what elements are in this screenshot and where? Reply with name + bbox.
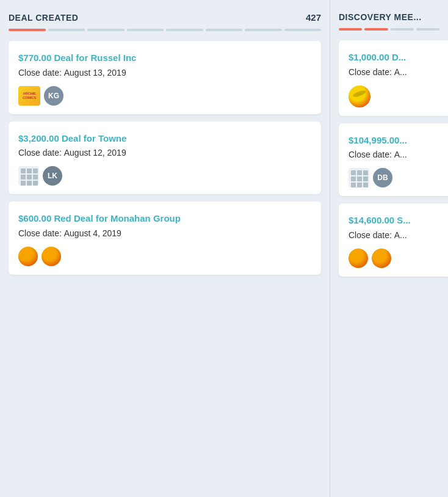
column-header-deal-created: DEAL CREATED 427 bbox=[9, 12, 321, 23]
deal-avatars-3 bbox=[18, 247, 311, 266]
progress-seg-6 bbox=[206, 29, 243, 31]
deal-close-r1: Close date: A... bbox=[349, 67, 438, 77]
deal-card-r1[interactable]: $1,000.00 D... Close date: A... bbox=[339, 40, 448, 116]
avatar-orange-2 bbox=[42, 247, 61, 266]
deal-close-r2: Close date: A... bbox=[349, 150, 438, 159]
archie-comics-logo: ARCHIECOMICS bbox=[18, 86, 40, 106]
deal-title-1: $770.00 Deal for Russel Inc bbox=[18, 52, 311, 64]
progress-seg-3 bbox=[87, 29, 125, 31]
deal-title-3: $600.00 Red Deal for Monahan Group bbox=[18, 212, 311, 225]
company-grid-logo bbox=[18, 166, 39, 186]
avatar-orange-1 bbox=[18, 247, 38, 266]
kanban-board: DEAL CREATED 427 $770.00 Deal for Russel… bbox=[0, 0, 448, 497]
avatar-orange-r1 bbox=[349, 248, 368, 268]
company-grid-logo-r2 bbox=[349, 168, 369, 187]
deal-title-2: $3,200.00 Deal for Towne bbox=[18, 132, 311, 145]
company-logo-archie: ARCHIECOMICS bbox=[18, 86, 40, 106]
deal-card-1[interactable]: $770.00 Deal for Russel Inc Close date: … bbox=[9, 41, 321, 114]
progress-bar-discovery bbox=[330, 28, 448, 31]
column-count-deal-created: 427 bbox=[306, 12, 321, 23]
deal-close-r3: Close date: A... bbox=[349, 230, 438, 240]
deal-avatars-r2: DB bbox=[349, 168, 438, 187]
progress-bar-deal-created bbox=[9, 29, 321, 31]
deal-close-1: Close date: August 13, 2019 bbox=[18, 68, 311, 78]
deal-close-2: Close date: August 12, 2019 bbox=[18, 148, 311, 158]
column-discovery-meeting: DISCOVERY MEE... $1,000.00 D... Close da… bbox=[330, 0, 448, 497]
deal-avatars-2: LK bbox=[18, 166, 311, 186]
progress-seg-1 bbox=[9, 29, 46, 31]
deal-close-3: Close date: August 4, 2019 bbox=[18, 228, 311, 238]
column-title-discovery: DISCOVERY MEE... bbox=[339, 12, 422, 22]
deal-avatars-r1 bbox=[349, 85, 438, 107]
progress-seg-d2 bbox=[364, 28, 388, 31]
progress-seg-4 bbox=[127, 29, 164, 31]
progress-seg-8 bbox=[284, 29, 322, 31]
progress-seg-d1 bbox=[339, 28, 362, 31]
avatar-db: DB bbox=[373, 168, 392, 187]
ball-logo-r1 bbox=[349, 85, 370, 107]
progress-seg-2 bbox=[48, 29, 85, 31]
deal-card-r3[interactable]: $14,600.00 S... Close date: A... bbox=[339, 203, 448, 277]
column-deal-created: DEAL CREATED 427 $770.00 Deal for Russel… bbox=[0, 0, 330, 497]
deal-avatars-1: ARCHIECOMICS KG bbox=[18, 86, 311, 106]
deal-title-r2: $104,995.00... bbox=[349, 134, 438, 147]
deal-title-r1: $1,000.00 D... bbox=[349, 51, 438, 63]
deal-card-2[interactable]: $3,200.00 Deal for Towne Close date: Aug… bbox=[9, 122, 321, 195]
column-title-deal-created: DEAL CREATED bbox=[9, 13, 78, 23]
avatar-kg: KG bbox=[44, 86, 63, 106]
column-header-discovery: DISCOVERY MEE... bbox=[330, 12, 448, 22]
progress-seg-5 bbox=[166, 29, 203, 31]
deal-title-r3: $14,600.00 S... bbox=[349, 214, 438, 227]
progress-seg-d4 bbox=[416, 28, 439, 31]
deal-avatars-r3 bbox=[349, 248, 438, 268]
avatar-orange-r2 bbox=[372, 248, 391, 268]
deal-card-3[interactable]: $600.00 Red Deal for Monahan Group Close… bbox=[9, 201, 321, 275]
avatar-lk: LK bbox=[43, 166, 62, 186]
progress-seg-7 bbox=[245, 29, 282, 31]
progress-seg-d3 bbox=[391, 28, 414, 31]
deal-card-r2[interactable]: $104,995.00... Close date: A... DB bbox=[339, 123, 448, 197]
